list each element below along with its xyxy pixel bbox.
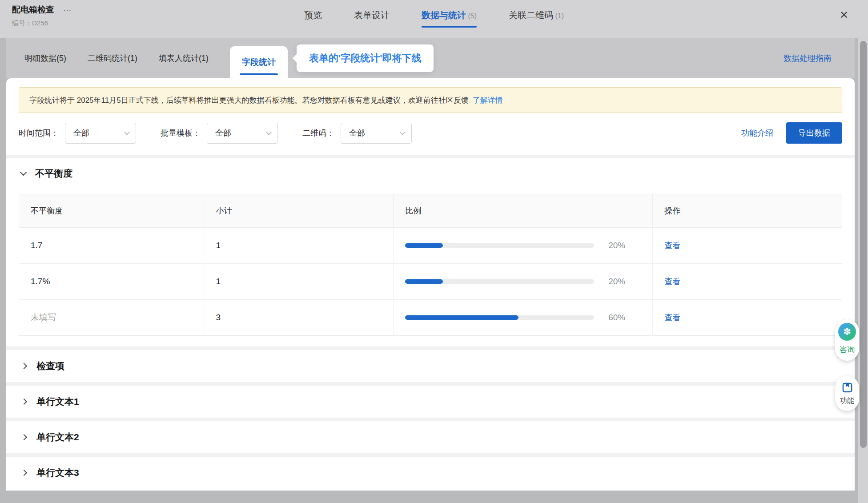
chevron-down-icon xyxy=(124,129,130,135)
scrollbar-track[interactable] xyxy=(858,38,868,503)
consult-widget[interactable]: ✽ 咨询 xyxy=(835,319,859,361)
header-tab-count: (5) xyxy=(466,12,477,20)
main-panel: 明细数据(5) 二维码统计(1) 填表人统计(1) 字段统计 表单的'字段统计'… xyxy=(6,38,855,491)
view-link[interactable]: 查看 xyxy=(664,313,680,322)
expanded-section-header[interactable]: 不平衡度 xyxy=(19,158,842,189)
collapsed-sections: 检查项 单行文本1 单行文本2 单行文本3 xyxy=(19,346,842,489)
data-guide-link[interactable]: 数据处理指南 xyxy=(784,53,832,64)
progress-bar xyxy=(405,279,594,284)
scrollbar-thumb[interactable] xyxy=(860,41,867,448)
flower-icon: ✽ xyxy=(838,323,856,341)
subtab[interactable]: 填表人统计(1) xyxy=(159,53,209,64)
header-tab[interactable]: 数据与统计 (5) xyxy=(422,9,477,28)
row-value: 1.7 xyxy=(19,228,204,264)
row-count: 1 xyxy=(204,228,394,264)
collapsed-section-row[interactable]: 单行文本1 xyxy=(19,386,842,418)
subtab-label: 二维码统计(1) xyxy=(88,54,137,63)
filter-select-value: 全部 xyxy=(215,128,231,138)
subtab[interactable]: 明细数据(5) xyxy=(24,53,66,64)
content-area: 字段统计将于 2025年11月5日正式下线，后续草料将推出更强大的数据看板功能。… xyxy=(6,78,855,491)
book-icon xyxy=(841,382,853,394)
row-value: 1.7% xyxy=(19,264,204,300)
filter-select[interactable]: 全部 xyxy=(65,123,136,144)
export-data-button[interactable]: 导出数据 xyxy=(786,122,842,144)
section-divider xyxy=(6,418,855,421)
deprecation-tooltip: 表单的'字段统计'即将下线 xyxy=(297,44,434,72)
view-link[interactable]: 查看 xyxy=(664,241,680,250)
progress-bar-fill xyxy=(405,279,443,284)
active-tab-underline xyxy=(509,26,564,28)
filter-select[interactable]: 全部 xyxy=(341,123,412,144)
collapsed-section-row[interactable]: 单行文本2 xyxy=(19,421,842,453)
active-tab-underline xyxy=(304,26,322,28)
header-tab-label: 数据与统计 xyxy=(422,10,466,20)
header-tab[interactable]: 关联二维码 (1) xyxy=(509,9,564,28)
learn-more-link[interactable]: 了解详情 xyxy=(473,95,503,105)
section-divider xyxy=(6,382,855,386)
section-title: 单行文本1 xyxy=(36,395,79,408)
section-title: 检查项 xyxy=(36,360,64,372)
progress-bar xyxy=(405,315,594,320)
collapsed-section-row[interactable]: 检查项 xyxy=(19,350,842,382)
stat-table: 不平衡度 小计 比例 操作 1.7 1 20% 查看 1.7% 1 xyxy=(19,194,842,336)
filter-bar: 时间范围： 全部 批量模板： 全部 二维码： 全部 功能介绍 导出数据 xyxy=(19,122,842,144)
table-row: 1.7 1 20% 查看 xyxy=(19,228,842,264)
chevron-down-icon xyxy=(400,129,406,135)
subtab-label: 明细数据(5) xyxy=(24,54,66,63)
progress-bar-fill xyxy=(405,243,443,248)
stat-table-body: 1.7 1 20% 查看 1.7% 1 20% 查看 xyxy=(19,228,842,336)
section-title: 单行文本3 xyxy=(36,467,79,479)
table-row: 1.7% 1 20% 查看 xyxy=(19,264,842,300)
header-tab-label: 预览 xyxy=(304,10,322,20)
header-tab[interactable]: 预览 xyxy=(304,9,322,28)
subtab-label: 字段统计 xyxy=(242,56,276,68)
title-block: 配电箱检查 ⋯ 编号：D256 xyxy=(12,4,72,28)
section-divider xyxy=(6,346,855,350)
consult-label: 咨询 xyxy=(840,345,855,355)
subtab-bar: 明细数据(5) 二维码统计(1) 填表人统计(1) 字段统计 表单的'字段统计'… xyxy=(6,38,855,78)
header-tab-label: 关联二维码 xyxy=(509,10,553,20)
subtab-label: 填表人统计(1) xyxy=(159,54,209,63)
table-row: 未填写 3 60% 查看 xyxy=(19,300,842,336)
header-tab[interactable]: 表单设计 xyxy=(354,9,390,28)
notice-text: 字段统计将于 2025年11月5日正式下线，后续草料将推出更强大的数据看板功能。… xyxy=(29,95,469,105)
more-icon[interactable]: ⋯ xyxy=(63,6,72,14)
table-header-row: 不平衡度 小计 比例 操作 xyxy=(19,194,842,228)
header-tab-label: 表单设计 xyxy=(354,10,390,20)
header-tabs: 预览 表单设计 数据与统计 (5) 关联二维码 (1) xyxy=(0,0,868,28)
filter-select[interactable]: 全部 xyxy=(207,123,278,144)
form-code: 编号：D256 xyxy=(12,19,72,28)
chevron-right-icon xyxy=(21,363,27,369)
subtab[interactable]: 字段统计 xyxy=(230,46,288,78)
filter-label: 时间范围： xyxy=(19,128,59,138)
chevron-right-icon xyxy=(21,398,27,405)
feature-widget[interactable]: 功能 xyxy=(835,376,859,411)
table-header-cell: 比例 xyxy=(394,194,653,228)
active-tab-underline xyxy=(354,26,390,28)
row-percent: 20% xyxy=(602,241,625,250)
table-header-cell: 不平衡度 xyxy=(19,194,204,228)
chevron-down-icon xyxy=(20,169,27,176)
feature-intro-link[interactable]: 功能介绍 xyxy=(741,128,773,138)
chevron-down-icon xyxy=(266,129,272,135)
row-percent: 20% xyxy=(602,277,625,286)
feature-label: 功能 xyxy=(840,396,854,406)
chevron-right-icon xyxy=(21,470,27,476)
row-action-cell: 查看 xyxy=(653,228,842,264)
row-action-cell: 查看 xyxy=(653,300,842,336)
view-link[interactable]: 查看 xyxy=(664,277,680,286)
progress-bar xyxy=(405,243,594,248)
collapsed-section-row[interactable]: 单行文本3 xyxy=(19,457,842,489)
row-ratio-cell: 20% xyxy=(394,264,653,300)
progress-bar-fill xyxy=(405,315,518,320)
table-header-cell: 操作 xyxy=(653,194,842,228)
close-icon[interactable]: ✕ xyxy=(840,10,848,20)
subtab[interactable]: 二维码统计(1) xyxy=(88,53,137,64)
header-tab-count: (1) xyxy=(553,12,564,20)
row-percent: 60% xyxy=(602,313,625,322)
row-ratio-cell: 60% xyxy=(394,300,653,336)
filter-select-value: 全部 xyxy=(349,128,365,138)
section-divider xyxy=(6,155,855,158)
section-divider xyxy=(6,453,855,457)
row-count: 1 xyxy=(204,264,394,300)
